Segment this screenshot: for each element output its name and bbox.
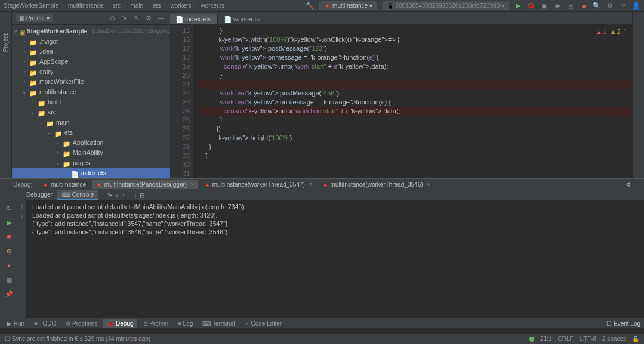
run-config-select[interactable]: 🔺 multiInstance ▾ bbox=[319, 1, 377, 10]
debug-controls: ↻ ▶ ■ ⊘ ● ▦ 📌 bbox=[0, 200, 18, 318]
step-into-icon[interactable]: ↓ bbox=[115, 192, 118, 199]
tree-item-build[interactable]: ›📁build bbox=[12, 97, 170, 107]
breadcrumb-item[interactable]: multiInstance bbox=[68, 2, 103, 9]
tree-root[interactable]: v▣StageWorkerSampleD:\testDemo\20220924\… bbox=[12, 26, 170, 36]
project-tool-button[interactable]: Project bbox=[2, 30, 9, 55]
bottom-tab-code-linter[interactable]: ✓ Code Linter bbox=[241, 319, 285, 328]
breadcrumb-item[interactable]: ets bbox=[153, 2, 161, 9]
lock-icon[interactable]: 🔒 bbox=[632, 336, 639, 342]
tree-item--hvigor[interactable]: ›📁.hvigor bbox=[12, 36, 170, 47]
coverage-icon[interactable]: ▣ bbox=[540, 2, 549, 10]
debug-tab[interactable]: 🔺 multiInstance(PandaDebugger)× bbox=[92, 180, 198, 189]
status-message: ☐ Sync project finished in 6 s 629 ms (3… bbox=[5, 336, 150, 342]
tree-item-application[interactable]: ›📁Application bbox=[12, 138, 170, 148]
pin-icon[interactable]: 📌 bbox=[4, 289, 14, 299]
line-separator[interactable]: CRLF bbox=[558, 336, 574, 342]
stop-icon[interactable]: ■ bbox=[580, 2, 588, 10]
up-icon[interactable]: ↑ bbox=[18, 203, 26, 210]
breadcrumb-item[interactable]: StageWorkerSample bbox=[4, 2, 58, 9]
debug-sub-tabs: Debugger⌨ Console ↷ ↓ ↑ →| ⊟ bbox=[0, 190, 644, 200]
breadcrumb-item[interactable]: worker.ts bbox=[201, 2, 224, 9]
bottom-tab-debug[interactable]: 🐞 Debug bbox=[103, 319, 137, 328]
debug-tab[interactable]: 🔺 multiInstance(workerThread_3546)× bbox=[318, 180, 434, 189]
debug-tab[interactable]: 🔺 multiInstance(workerThread_3547)× bbox=[200, 180, 316, 189]
status-indicator bbox=[529, 337, 534, 342]
editor-tab-worker-ts[interactable]: 📄worker.ts bbox=[218, 14, 266, 24]
debug-settings-icon[interactable]: ⚙ bbox=[625, 181, 631, 188]
bottom-tab-problems[interactable]: ⊘ Problems bbox=[62, 319, 101, 328]
bottom-tab-todo[interactable]: ≡ TODO bbox=[30, 319, 60, 328]
layout-icon[interactable]: ▦ bbox=[4, 274, 14, 285]
device-select[interactable]: 📱 7001005458323933328a250cfd723900 ▾ bbox=[382, 1, 509, 10]
bottom-tab-profiler[interactable]: ⊙ Profiler bbox=[140, 319, 172, 328]
inspection-widget[interactable]: ▲ 1 ▲ 2 ˇ bbox=[596, 27, 626, 36]
build-icon[interactable]: 🔨 bbox=[306, 2, 314, 10]
bottom-tab-log[interactable]: ≡ Log bbox=[174, 319, 196, 328]
evaluate-icon[interactable]: ⊟ bbox=[140, 192, 144, 199]
editor-tab-index-ets[interactable]: 📄index.ets bbox=[170, 14, 218, 24]
step-out-icon[interactable]: ↑ bbox=[122, 192, 125, 199]
collapse-icon[interactable]: ⇱ bbox=[134, 14, 142, 23]
hide-panel-icon[interactable]: — bbox=[158, 14, 166, 23]
attach-icon[interactable]: ⎘ bbox=[566, 2, 575, 10]
run-icon[interactable]: ▶ bbox=[514, 2, 522, 10]
hide-debug-icon[interactable]: — bbox=[634, 181, 640, 188]
debug-tab[interactable]: 🔺 multiInstance bbox=[38, 180, 90, 189]
top-bar: StageWorkerSample〉multiInstance〉src〉main… bbox=[0, 0, 644, 12]
project-panel-header: ▦ Project ▾ ⊙ ⇲ ⇱ ⚙ — bbox=[12, 12, 170, 25]
tree-item-index-ets[interactable]: 📄index.ets bbox=[12, 168, 170, 178]
close-icon[interactable]: × bbox=[309, 181, 312, 188]
expand-icon[interactable]: ⇲ bbox=[122, 14, 130, 23]
breadcrumb-item[interactable]: main bbox=[130, 2, 143, 9]
close-icon[interactable]: × bbox=[427, 181, 430, 188]
breadcrumb-item[interactable]: src bbox=[113, 2, 121, 9]
help-icon[interactable]: ? bbox=[619, 2, 627, 10]
step-over-icon[interactable]: ↷ bbox=[107, 192, 112, 199]
debug-sub-tab-debugger[interactable]: Debugger bbox=[21, 190, 57, 200]
tree-item-pages[interactable]: ⌄📁pages bbox=[12, 158, 170, 168]
editor-tabs: 📄index.ets📄worker.ts bbox=[170, 12, 632, 25]
breadcrumb-item[interactable]: workers bbox=[170, 2, 191, 9]
bottom-tab-terminal[interactable]: ⌨ Terminal bbox=[199, 319, 238, 328]
tree-item-src[interactable]: ⌄📁src bbox=[12, 107, 170, 117]
stop-debug-icon[interactable]: ■ bbox=[4, 231, 14, 242]
avatar-icon[interactable]: 👤 bbox=[632, 2, 640, 10]
tree-item-multiinstance[interactable]: ⌄📁multiInstance bbox=[12, 87, 170, 97]
tree-item-mainability[interactable]: ›📁MainAbility bbox=[12, 148, 170, 158]
tree-item-main[interactable]: ⌄📁main bbox=[12, 117, 170, 128]
mute-bp-icon[interactable]: ⊘ bbox=[4, 246, 14, 256]
caret-position[interactable]: 21:1 bbox=[540, 336, 551, 342]
project-view-select[interactable]: ▦ Project ▾ bbox=[16, 14, 53, 22]
bottom-tool-tabs: ▶ Run≡ TODO⊘ Problems🐞 Debug⊙ Profiler≡ … bbox=[0, 318, 644, 328]
tree-item-entry[interactable]: ›📁entry bbox=[12, 67, 170, 77]
breadcrumb: StageWorkerSample〉multiInstance〉src〉main… bbox=[4, 2, 306, 10]
close-icon[interactable]: × bbox=[190, 181, 194, 188]
status-bar: ☐ Sync project finished in 6 s 629 ms (3… bbox=[0, 333, 644, 344]
tree-item-moreworkerfile[interactable]: ›📁moreWorkerFile bbox=[12, 77, 170, 87]
run-to-cursor-icon[interactable]: →| bbox=[128, 192, 136, 199]
indent[interactable]: 2 spaces bbox=[602, 336, 626, 342]
resume-icon[interactable]: ▶ bbox=[4, 217, 14, 228]
event-log-button[interactable]: ☐ Event Log bbox=[606, 320, 640, 327]
down-icon[interactable]: ↓ bbox=[18, 212, 26, 219]
search-icon[interactable]: 🔍 bbox=[593, 2, 601, 10]
view-bp-icon[interactable]: ● bbox=[4, 260, 14, 271]
encoding[interactable]: UTF-8 bbox=[580, 336, 596, 342]
debug-sub-tab-console[interactable]: ⌨ Console bbox=[57, 190, 98, 200]
warning-count: ▲ 2 bbox=[610, 27, 620, 36]
bottom-tab-run[interactable]: ▶ Run bbox=[4, 319, 28, 328]
tree-item-appscope[interactable]: ›📁AppScope bbox=[12, 57, 170, 67]
error-count: ▲ 1 bbox=[596, 27, 606, 36]
rerun-icon[interactable]: ↻ bbox=[4, 203, 14, 213]
panel-settings-icon[interactable]: ⚙ bbox=[146, 14, 154, 23]
profile-icon[interactable]: ◉ bbox=[553, 2, 562, 10]
debug-icon[interactable]: 🐞 bbox=[527, 2, 535, 10]
debug-panel: Debug: 🔺 multiInstance🔺 multiInstance(Pa… bbox=[0, 178, 644, 328]
tree-item--idea[interactable]: ›📁.idea bbox=[12, 47, 170, 57]
debug-header: Debug: 🔺 multiInstance🔺 multiInstance(Pa… bbox=[0, 179, 644, 190]
chevron-down-icon[interactable]: ˇ bbox=[624, 27, 626, 36]
settings-icon[interactable]: ⚙ bbox=[606, 2, 614, 10]
tree-item-ets[interactable]: ⌄📁ets bbox=[12, 128, 170, 138]
console-output[interactable]: Loaded and parsed script default/ets/Mai… bbox=[26, 200, 644, 318]
locate-icon[interactable]: ⊙ bbox=[110, 14, 118, 23]
